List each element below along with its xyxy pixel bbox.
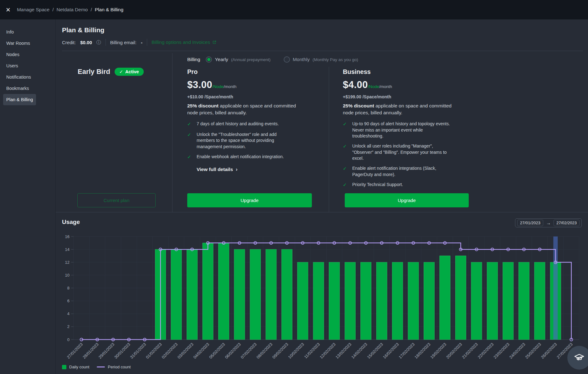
svg-text:01/02/2023: 01/02/2023: [145, 342, 163, 360]
legend-daily-count[interactable]: Daily count: [62, 365, 89, 369]
sidebar-item-notifications[interactable]: Notifications: [3, 71, 34, 83]
check-icon: ✓: [119, 69, 123, 74]
arrow-right-icon: →: [546, 220, 551, 226]
business-price: $4.00 /Node /month: [343, 79, 469, 91]
breadcrumb-current: Plan & Billing: [95, 7, 123, 13]
svg-text:15/02/2023: 15/02/2023: [366, 342, 384, 360]
divider: [147, 39, 147, 46]
check-icon: ✓: [343, 165, 348, 178]
pro-plan-name: Pro: [187, 68, 312, 75]
breadcrumb-manage-space[interactable]: Manage Space: [17, 7, 49, 13]
business-discount-note: 25% discount applicable on space and com…: [343, 102, 452, 116]
feature-item: ✓ Up-to 90 days of alert history and top…: [343, 121, 469, 139]
close-icon[interactable]: ✕: [6, 7, 11, 13]
business-space-price: +$199.00 /Space/month: [343, 94, 469, 99]
svg-text:09/02/2023: 09/02/2023: [271, 342, 289, 360]
svg-text:28/01/2023: 28/01/2023: [82, 342, 100, 360]
pro-discount-note: 25% discount applicable on space and com…: [187, 102, 296, 116]
billing-email-value: -: [141, 40, 142, 45]
business-features: ✓ Up-to 90 days of alert history and top…: [343, 121, 469, 188]
svg-text:17/02/2023: 17/02/2023: [398, 342, 416, 360]
current-plan-card: Early Bird ✓ Active Current plan: [62, 51, 168, 76]
svg-text:07/02/2023: 07/02/2023: [240, 342, 258, 360]
legend-period-count[interactable]: Period count: [97, 365, 131, 369]
credit-value: $0.00: [80, 40, 92, 45]
billing-email-label: Billing email:: [110, 40, 137, 45]
chevron-right-icon: ›: [236, 166, 238, 173]
pro-plan-card: Pro $3.00 /Node /month +$10.00 /Space/mo…: [187, 51, 312, 173]
sidebar-item-bookmarks[interactable]: Bookmarks: [3, 83, 32, 94]
svg-text:26/02/2023: 26/02/2023: [540, 342, 558, 360]
billing-meta-row: Credit: $0.00 ⓘ Billing email: - Billing…: [62, 39, 217, 46]
svg-text:30/01/2023: 30/01/2023: [113, 342, 131, 360]
svg-text:10/02/2023: 10/02/2023: [287, 342, 305, 360]
divider: [172, 53, 173, 212]
breadcrumb-separator: /: [90, 7, 92, 13]
divider: [329, 67, 329, 212]
settings-sidebar: Info War Rooms Nodes Users Notifications…: [0, 19, 56, 374]
breadcrumb: Manage Space / Netdata Demo / Plan & Bil…: [17, 7, 123, 13]
feature-item: ✓ Priority Technical Support.: [343, 182, 469, 188]
sidebar-item-war-rooms[interactable]: War Rooms: [3, 38, 33, 49]
svg-text:12/02/2023: 12/02/2023: [319, 342, 337, 360]
svg-text:03/02/2023: 03/02/2023: [177, 342, 194, 360]
svg-text:05/02/2023: 05/02/2023: [208, 342, 226, 360]
info-icon[interactable]: ⓘ: [96, 39, 101, 45]
svg-text:2: 2: [67, 324, 70, 329]
billing-options-link[interactable]: Billing options and Invoices: [152, 39, 217, 45]
learn-button[interactable]: [567, 346, 588, 370]
svg-text:20/02/2023: 20/02/2023: [445, 342, 463, 360]
svg-text:29/01/2023: 29/01/2023: [98, 342, 116, 360]
current-plan-button[interactable]: Current plan: [77, 193, 156, 207]
credit-label: Credit:: [62, 40, 76, 45]
divider: [106, 39, 106, 46]
billing-options-link-label: Billing options and Invoices: [152, 39, 210, 45]
svg-text:12: 12: [65, 260, 70, 265]
svg-text:8: 8: [67, 286, 70, 290]
business-upgrade-button[interactable]: Upgrade: [345, 193, 469, 207]
svg-text:02/02/2023: 02/02/2023: [161, 342, 179, 360]
svg-text:27/01/2023: 27/01/2023: [66, 342, 84, 360]
svg-text:16: 16: [65, 234, 70, 239]
check-icon: ✓: [187, 121, 193, 127]
sidebar-item-users[interactable]: Users: [3, 60, 21, 71]
svg-text:14/02/2023: 14/02/2023: [350, 342, 368, 360]
svg-text:11/02/2023: 11/02/2023: [303, 342, 321, 360]
svg-text:24/02/2023: 24/02/2023: [508, 342, 526, 360]
divider: [62, 51, 583, 51]
date-to: 27/02/2023: [554, 220, 580, 226]
sidebar-item-info[interactable]: Info: [3, 26, 17, 38]
usage-section-title: Usage: [62, 219, 80, 226]
breadcrumb-space-name[interactable]: Netdata Demo: [57, 7, 88, 13]
pro-view-details-link[interactable]: View full details ›: [197, 166, 312, 173]
sidebar-item-nodes[interactable]: Nodes: [3, 49, 23, 60]
svg-text:13/02/2023: 13/02/2023: [335, 342, 353, 360]
svg-text:4: 4: [67, 311, 70, 316]
svg-text:22/02/2023: 22/02/2023: [477, 342, 495, 360]
svg-text:23/02/2023: 23/02/2023: [493, 342, 510, 360]
feature-item: ✓ Enable webhook alert notification inte…: [187, 154, 312, 160]
svg-text:31/01/2023: 31/01/2023: [129, 342, 147, 360]
line-swatch-icon: [97, 366, 105, 367]
sidebar-item-plan-billing[interactable]: Plan & Billing: [3, 94, 36, 105]
pro-features: ✓ 7 days of alert history and auditing e…: [187, 121, 312, 160]
topbar: ✕ Manage Space / Netdata Demo / Plan & B…: [0, 0, 588, 19]
check-icon: ✓: [343, 143, 348, 161]
pro-upgrade-button[interactable]: Upgrade: [187, 193, 312, 207]
date-range-picker[interactable]: 27/01/2023 → 27/02/2023: [515, 218, 582, 227]
feature-item: ✓ Unlock all user roles including "Manag…: [343, 143, 469, 161]
svg-text:08/02/2023: 08/02/2023: [255, 342, 273, 360]
pro-price: $3.00 /Node /month: [187, 79, 312, 91]
svg-text:21/02/2023: 21/02/2023: [461, 342, 479, 360]
feature-item: ✓ 7 days of alert history and auditing e…: [187, 121, 312, 127]
plan-billing-page: ✕ Manage Space / Netdata Demo / Plan & B…: [0, 0, 588, 374]
svg-text:18/02/2023: 18/02/2023: [414, 342, 431, 360]
feature-item: ✓ Enable alert notification integrations…: [343, 165, 469, 178]
active-badge: ✓ Active: [115, 68, 144, 76]
svg-text:04/02/2023: 04/02/2023: [192, 342, 210, 360]
business-plan-card: Business $4.00 /Node /month +$199.00 /Sp…: [343, 51, 469, 200]
check-icon: ✓: [187, 132, 193, 150]
usage-chart[interactable]: 024681012141627/01/202328/01/202329/01/2…: [50, 231, 588, 364]
check-icon: ✓: [187, 154, 193, 160]
pro-space-price: +$10.00 /Space/month: [187, 94, 312, 99]
